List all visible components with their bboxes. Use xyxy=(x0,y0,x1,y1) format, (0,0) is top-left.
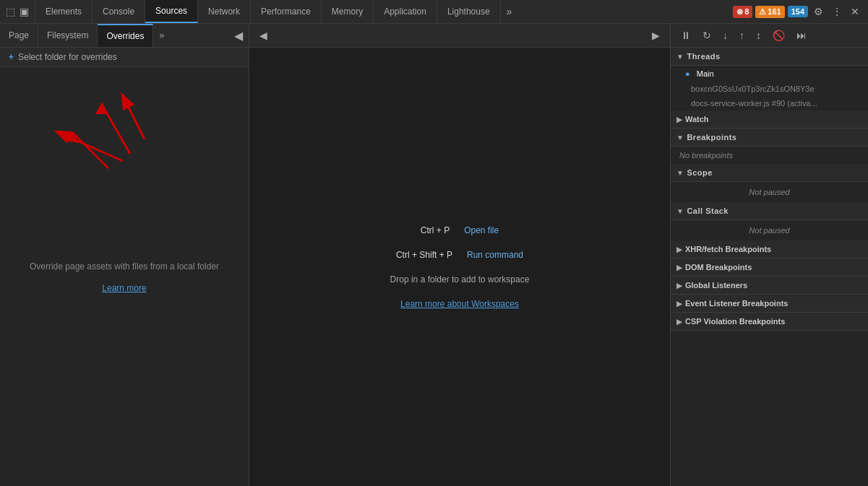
step-into-button[interactable]: ↓ xyxy=(718,27,732,44)
threads-section-header[interactable]: ▼ Threads xyxy=(671,48,868,66)
hide-panel-button[interactable]: ◀ xyxy=(255,27,272,44)
close-icon[interactable]: ✕ xyxy=(848,3,862,20)
threads-label: Threads xyxy=(687,52,720,61)
annotation-arrows xyxy=(0,67,249,486)
tab-page[interactable]: Page xyxy=(0,24,38,47)
deactivate-breakpoints-button[interactable]: 🚫 xyxy=(768,27,789,44)
breakpoints-chevron: ▼ xyxy=(676,134,684,142)
select-folder-bar[interactable]: + Select folder for overrides xyxy=(0,48,249,67)
thread-sub-1-label: boxcnG0SsUx0Tp3rcZk1sON8Y3e xyxy=(691,84,815,93)
workspace-drop-text: Drop in a folder to add to workspace xyxy=(390,274,530,285)
watch-chevron: ▶ xyxy=(676,116,682,123)
svg-marker-1 xyxy=(95,103,107,114)
workspace-link[interactable]: Learn more about Workspaces xyxy=(400,299,519,309)
scope-section-header[interactable]: ▼ Scope xyxy=(671,164,868,182)
global-listeners-chevron: ▶ xyxy=(676,282,682,290)
shortcut2-desc: Run command xyxy=(467,250,523,260)
device-icon[interactable]: ▣ xyxy=(20,6,29,17)
expand-panel-button[interactable]: ▶ xyxy=(648,27,664,44)
xhr-section-header[interactable]: ▶ XHR/fetch Breakpoints xyxy=(671,240,868,259)
tab-application[interactable]: Application xyxy=(374,0,437,23)
thread-sub-2-label: docs-service-worker.js #90 (activa... xyxy=(691,99,817,108)
dom-chevron: ▶ xyxy=(676,264,682,272)
override-description: Override page assets with files from a l… xyxy=(30,260,219,274)
shortcut-run-command: Ctrl + Shift + P Run command xyxy=(396,250,523,260)
svg-line-2 xyxy=(72,132,108,168)
debug-toolbar: ⏸ ↻ ↓ ↑ ↕ 🚫 ⏭ xyxy=(671,24,868,48)
pause-resume-button[interactable]: ⏸ xyxy=(676,27,695,44)
collapse-panel-button[interactable]: ◀ xyxy=(228,29,249,43)
tab-console[interactable]: Console xyxy=(93,0,145,23)
watch-section-header[interactable]: ▶ Watch xyxy=(671,110,868,129)
right-panel: ⏸ ↻ ↓ ↑ ↕ 🚫 ⏭ ▼ Threads ● Main boxcnG0Ss… xyxy=(670,24,868,486)
shortcut1-desc: Open file xyxy=(464,225,499,235)
top-toolbar: ⬚ ▣ Elements Console Sources Network Per… xyxy=(0,0,868,24)
center-panel: ◀ ▶ Ctrl + P Open file Ctrl + Shift + P … xyxy=(249,24,670,486)
tab-elements[interactable]: Elements xyxy=(35,0,93,23)
more-source-tabs[interactable]: » xyxy=(153,30,170,40)
devtools-icons: ⬚ ▣ xyxy=(0,0,35,23)
warning-icon: ⚠ xyxy=(759,7,766,17)
scope-label: Scope xyxy=(687,168,713,177)
warning-count: 161 xyxy=(768,7,781,16)
call-stack-not-paused: Not paused xyxy=(671,220,868,240)
thread-sub-2[interactable]: docs-service-worker.js #90 (activa... xyxy=(671,96,868,110)
breakpoints-section-header[interactable]: ▼ Breakpoints xyxy=(671,129,868,147)
error-badge[interactable]: ⊗ 8 xyxy=(733,6,752,18)
step-button[interactable]: ↕ xyxy=(752,27,765,44)
step-over-button[interactable]: ↻ xyxy=(698,27,716,44)
shortcut-open-file: Ctrl + P Open file xyxy=(421,225,499,235)
call-stack-label: Call Stack xyxy=(687,207,729,215)
tab-performance[interactable]: Performance xyxy=(251,0,322,23)
plus-icon: + xyxy=(9,52,14,62)
event-listener-chevron: ▶ xyxy=(676,300,682,308)
settings-icon[interactable]: ⚙ xyxy=(811,3,826,20)
csp-label: CSP Violation Breakpoints xyxy=(685,317,785,326)
svg-line-0 xyxy=(101,103,130,154)
dom-section-header[interactable]: ▶ DOM Breakpoints xyxy=(671,259,868,277)
svg-line-4 xyxy=(123,96,145,139)
tab-sources[interactable]: Sources xyxy=(145,0,198,23)
tab-memory[interactable]: Memory xyxy=(322,0,374,23)
shortcut2-key: Ctrl + Shift + P xyxy=(396,250,452,260)
learn-more-link[interactable]: Learn more xyxy=(102,283,146,293)
global-listeners-label: Global Listeners xyxy=(685,281,747,290)
tab-lighthouse[interactable]: Lighthouse xyxy=(437,0,501,23)
error-count: 8 xyxy=(744,7,749,16)
dont-pause-on-exceptions-button[interactable]: ⏭ xyxy=(792,27,811,44)
cursor-icon[interactable]: ⬚ xyxy=(6,6,15,17)
tab-overrides[interactable]: Overrides xyxy=(98,24,153,47)
main-thread-dot: ● xyxy=(685,69,690,78)
svg-line-5 xyxy=(58,132,123,161)
left-panel: Page Filesystem Overrides » ◀ + Select f… xyxy=(0,24,249,486)
thread-sub-1[interactable]: boxcnG0SsUx0Tp3rcZk1sON8Y3e xyxy=(671,82,868,96)
step-out-button[interactable]: ↑ xyxy=(735,27,749,44)
xhr-label: XHR/fetch Breakpoints xyxy=(685,245,771,253)
threads-chevron: ▼ xyxy=(676,53,684,61)
call-stack-chevron: ▼ xyxy=(676,207,684,215)
info-badge[interactable]: 154 xyxy=(788,6,808,17)
breakpoints-content: No breakpoints xyxy=(671,147,868,164)
tab-network[interactable]: Network xyxy=(198,0,251,23)
more-tabs-button[interactable]: » xyxy=(501,6,518,17)
xhr-chevron: ▶ xyxy=(676,246,682,253)
event-listener-label: Event Listener Breakpoints xyxy=(685,299,788,308)
thread-main[interactable]: ● Main xyxy=(671,66,868,82)
event-listener-section-header[interactable]: ▶ Event Listener Breakpoints xyxy=(671,295,868,313)
global-listeners-section-header[interactable]: ▶ Global Listeners xyxy=(671,277,868,295)
more-options-icon[interactable]: ⋮ xyxy=(829,3,845,20)
tab-filesystem[interactable]: Filesystem xyxy=(38,24,98,47)
main-layout: Page Filesystem Overrides » ◀ + Select f… xyxy=(0,24,868,486)
warning-badge[interactable]: ⚠ 161 xyxy=(755,6,784,18)
select-folder-label: Select folder for overrides xyxy=(18,52,117,62)
dom-label: DOM Breakpoints xyxy=(685,263,752,272)
left-content: Override page assets with files from a l… xyxy=(0,67,249,486)
scope-not-paused: Not paused xyxy=(671,182,868,202)
call-stack-section-header[interactable]: ▼ Call Stack xyxy=(671,202,868,220)
csp-section-header[interactable]: ▶ CSP Violation Breakpoints xyxy=(671,313,868,331)
shortcut1-key: Ctrl + P xyxy=(421,225,450,235)
breakpoints-label: Breakpoints xyxy=(687,133,736,142)
toolbar-right: ⊗ 8 ⚠ 161 154 ⚙ ⋮ ✕ xyxy=(727,3,868,20)
source-tabs: Page Filesystem Overrides » ◀ xyxy=(0,24,249,48)
info-count: 154 xyxy=(791,7,804,16)
